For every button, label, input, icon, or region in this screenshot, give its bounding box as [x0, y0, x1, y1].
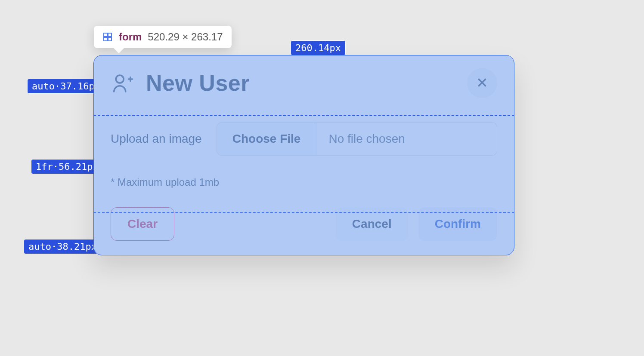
grid-icon — [102, 32, 113, 42]
svg-rect-3 — [108, 37, 111, 41]
upload-row: Upload an image Choose File No file chos… — [111, 122, 497, 156]
form-footer: Clear Cancel Confirm — [93, 199, 514, 255]
grid-column-measurement: 260.14px — [291, 40, 346, 55]
new-user-form: New User Upload an image Choose File No … — [93, 55, 514, 255]
choose-file-button[interactable]: Choose File — [217, 123, 317, 155]
file-input[interactable]: Choose File No file chosen — [217, 122, 497, 156]
form-title: New User — [146, 72, 250, 94]
grid-row-measurement-2: 1fr·56.21px — [31, 159, 103, 174]
svg-rect-2 — [104, 37, 107, 41]
svg-point-4 — [116, 75, 124, 83]
user-plus-icon — [111, 71, 135, 95]
tooltip-dimensions: 520.29 × 263.17 — [148, 31, 223, 43]
grid-row-measurement-3: auto·38.21px — [24, 239, 102, 254]
svg-rect-0 — [104, 33, 107, 37]
clear-button[interactable]: Clear — [111, 207, 174, 241]
cancel-button[interactable]: Cancel — [336, 207, 408, 241]
form-body: Upload an image Choose File No file chos… — [93, 111, 514, 199]
devtools-element-tooltip: form 520.29 × 263.17 — [94, 26, 232, 48]
upload-label: Upload an image — [111, 132, 202, 146]
close-button[interactable] — [467, 68, 497, 98]
upload-hint: * Maximum upload 1mb — [111, 176, 497, 188]
tooltip-tag-name: form — [119, 31, 142, 43]
confirm-button[interactable]: Confirm — [418, 207, 497, 241]
form-header: New User — [93, 55, 514, 111]
svg-rect-1 — [108, 33, 111, 37]
file-status-text: No file chosen — [316, 132, 417, 146]
close-icon — [476, 76, 489, 90]
